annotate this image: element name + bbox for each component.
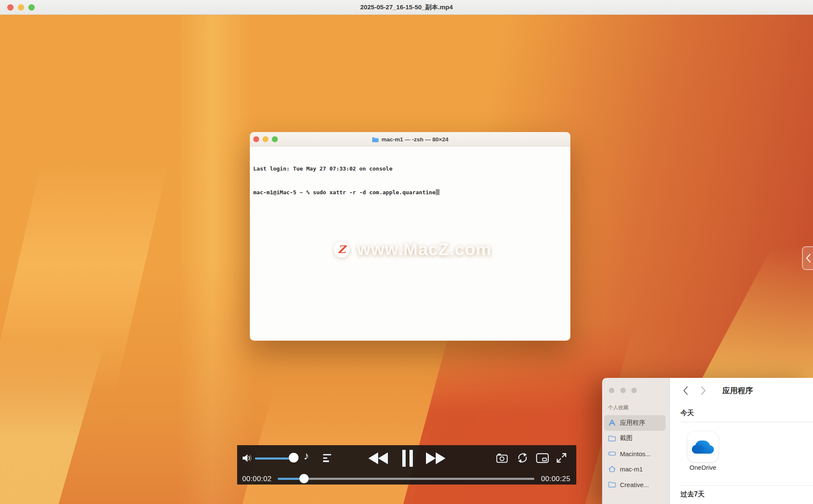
terminal-line: mac-m1@iMac-5 ~ % sudo xattr -r -d com.a…	[253, 189, 567, 197]
camera-icon	[496, 453, 508, 463]
finder-main: 应用程序 今天	[670, 378, 813, 504]
finder-traffic-lights	[609, 388, 637, 393]
total-time: 00:00:25	[541, 475, 570, 483]
section-header-past7days: 过去7天	[680, 490, 705, 499]
folder-icon	[372, 136, 379, 143]
volume-slider-knob[interactable]	[289, 453, 299, 463]
divider	[680, 485, 813, 486]
home-icon	[608, 465, 616, 473]
pause-icon	[402, 450, 406, 467]
fullscreen-icon	[556, 452, 567, 464]
player-titlebar: 2025-05-27_16-15-50_副本.mp4	[0, 0, 813, 15]
rewind-button[interactable]	[368, 452, 388, 464]
current-time: 00:00:02	[242, 475, 271, 483]
video-player-window: 2025-05-27_16-15-50_副本.mp4 mac-m1 — -zsh…	[0, 0, 813, 504]
progress-bar-track[interactable]	[278, 478, 534, 480]
music-note-icon: ♪	[304, 449, 309, 462]
section-header-today: 今天	[680, 409, 694, 418]
finder-window: 个人收藏 应用程序 截图	[602, 378, 813, 504]
terminal-title-text: mac-m1 — -zsh — 80×24	[382, 136, 448, 143]
fast-forward-button[interactable]	[426, 452, 445, 464]
sidebar-item-applications: 应用程序	[604, 415, 666, 431]
onedrive-cloud-icon	[692, 440, 714, 454]
snapshot-button[interactable]	[496, 453, 508, 463]
volume-button[interactable]	[242, 453, 254, 463]
window-title: 2025-05-27_16-15-50_副本.mp4	[0, 3, 813, 11]
finder-minimize-icon	[620, 388, 626, 393]
onedrive-app-label: OneDrive	[683, 464, 723, 471]
sidebar-section-label: 个人收藏	[608, 404, 628, 411]
pip-button[interactable]	[536, 453, 549, 463]
divider	[680, 422, 813, 422]
watermark-text: www.MacZ.com	[357, 240, 492, 259]
watermark: Z www.MacZ.com	[334, 240, 492, 259]
loop-icon	[517, 452, 528, 464]
picture-in-picture-icon	[536, 453, 549, 463]
terminal-line: Last login: Tue May 27 07:33:02 on conso…	[253, 165, 567, 173]
drawer-toggle-button[interactable]	[802, 246, 813, 270]
terminal-window: mac-m1 — -zsh — 80×24 Last login: Tue Ma…	[250, 132, 570, 341]
wallpaper-band	[0, 163, 168, 391]
chevron-left-icon	[806, 253, 811, 263]
sidebar-item-mac-m1: mac-m1	[604, 462, 666, 477]
onedrive-app-icon	[688, 432, 718, 462]
finder-content: 今天 OneDriv	[670, 403, 813, 504]
sidebar-item-macintosh-hd: Macintos...	[604, 446, 666, 462]
finder-sidebar: 个人收藏 应用程序 截图	[602, 378, 670, 504]
speaker-icon	[242, 453, 254, 463]
rewind-icon	[368, 452, 388, 464]
applications-icon	[608, 419, 616, 427]
folder-icon	[608, 481, 616, 488]
finder-toolbar: 应用程序	[670, 378, 813, 403]
fast-forward-icon	[426, 452, 445, 464]
drive-icon	[608, 450, 616, 457]
terminal-cursor	[436, 189, 440, 195]
audio-track-button[interactable]: ♪	[304, 450, 309, 461]
finder-toolbar-title: 应用程序	[722, 386, 753, 396]
terminal-title: mac-m1 — -zsh — 80×24	[250, 132, 570, 146]
folder-icon	[608, 435, 616, 442]
playlist-button[interactable]	[323, 454, 332, 464]
back-icon	[683, 386, 689, 395]
pause-button[interactable]	[402, 445, 413, 471]
sidebar-item-screenshots: 截图	[604, 431, 666, 446]
terminal-output: Last login: Tue May 27 07:33:02 on conso…	[250, 146, 570, 212]
progress-bar-fill	[278, 478, 302, 480]
progress-bar-knob[interactable]	[299, 474, 309, 483]
finder-close-icon	[609, 388, 614, 393]
forward-icon	[700, 386, 706, 395]
player-control-bar: ♪	[237, 445, 576, 485]
loop-button[interactable]	[517, 452, 528, 464]
terminal-titlebar: mac-m1 — -zsh — 80×24	[250, 132, 570, 146]
sidebar-item-creative: Creative...	[604, 477, 666, 493]
finder-zoom-icon	[631, 388, 637, 393]
fullscreen-button[interactable]	[556, 452, 567, 464]
playlist-icon	[323, 454, 331, 455]
watermark-logo-icon: Z	[334, 242, 350, 258]
